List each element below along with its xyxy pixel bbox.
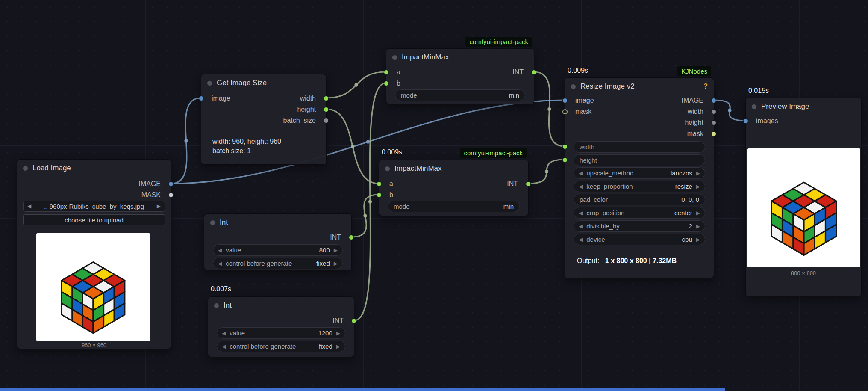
widget-value: lanczos (671, 169, 696, 177)
port-int-output[interactable] (349, 235, 354, 240)
port-width-widget-input[interactable] (562, 144, 568, 149)
collapse-dot-icon[interactable] (571, 84, 576, 89)
node-header[interactable]: Load Image (17, 160, 171, 177)
prev-file-arrow-icon[interactable]: ◀ (27, 203, 31, 209)
node-header[interactable]: Int (204, 214, 351, 231)
node-load-image[interactable]: Load Image IMAGE MASK ◀ .. 960px-Rubiks_… (17, 159, 171, 349)
next-option-arrow-icon[interactable]: ▶ (696, 237, 700, 243)
collapse-dot-icon[interactable] (752, 104, 756, 109)
canvas-bottom-bar (0, 388, 725, 391)
input-label-image: image (212, 94, 230, 103)
size-info-line2: batch size: 1 (212, 146, 251, 156)
value-widget[interactable]: ◀ value 1200 ▶ (217, 327, 345, 339)
collapse-dot-icon[interactable] (23, 166, 28, 171)
node-impact-minmax-1[interactable]: comfyui-impact-pack ImpactMinMax a b INT… (386, 48, 534, 104)
port-mask-output[interactable] (168, 193, 174, 198)
node-header[interactable]: Resize Image v2 ? (565, 78, 714, 95)
device-widget[interactable]: ◀ device cpu ▶ (574, 234, 705, 245)
prev-option-arrow-icon[interactable]: ◀ (579, 170, 583, 176)
increment-arrow-icon[interactable]: ▶ (336, 330, 340, 336)
prev-option-arrow-icon[interactable]: ◀ (218, 261, 222, 267)
port-int-output[interactable] (351, 318, 356, 323)
node-pack-badge: comfyui-impact-pack (465, 37, 532, 47)
port-b-input[interactable] (384, 81, 389, 86)
port-image-output[interactable] (168, 181, 174, 187)
control-before-generate-widget[interactable]: ◀ control before generate fixed ▶ (217, 341, 345, 352)
output-label-width: width (688, 107, 703, 116)
port-height-widget-input[interactable] (562, 157, 568, 163)
divisible-by-widget[interactable]: ◀ divisible_by 2 ▶ (574, 220, 705, 232)
port-height-output[interactable] (324, 107, 329, 112)
decrement-arrow-icon[interactable]: ◀ (218, 247, 222, 253)
node-header[interactable]: Get Image Size (201, 74, 326, 92)
node-header[interactable]: ImpactMinMax (379, 160, 528, 177)
node-int-800[interactable]: Int INT ◀ value 800 ▶ ◀ control before g… (204, 213, 352, 270)
prev-option-arrow-icon[interactable]: ◀ (222, 344, 226, 350)
mode-widget[interactable]: mode min (395, 89, 525, 101)
port-batch-size-output[interactable] (324, 118, 329, 123)
collapse-dot-icon[interactable] (385, 166, 390, 171)
keep-proportion-widget[interactable]: ◀ keep_proportion resize ▶ (574, 181, 705, 192)
collapse-dot-icon[interactable] (210, 220, 215, 225)
port-mask-input[interactable] (562, 109, 568, 114)
port-int-output[interactable] (526, 181, 531, 187)
node-header[interactable]: ImpactMinMax (386, 49, 534, 66)
control-before-generate-widget[interactable]: ◀ control before generate fixed ▶ (213, 258, 343, 269)
output-summary: Output: 1 x 800 x 800 | 7.32MB (577, 257, 677, 265)
decrement-arrow-icon[interactable]: ◀ (579, 223, 583, 229)
port-b-input[interactable] (377, 193, 382, 198)
height-field[interactable]: height (574, 154, 705, 166)
output-label-int: INT (512, 68, 524, 77)
widget-label: mode (394, 203, 410, 210)
node-resize-image-v2[interactable]: 0.009s KJNodes Resize Image v2 ? image m… (565, 77, 714, 278)
port-int-output[interactable] (531, 70, 536, 75)
collapse-dot-icon[interactable] (207, 81, 212, 86)
crop-position-widget[interactable]: ◀ crop_position center ▶ (574, 207, 705, 219)
image-dimensions-caption: 800 × 800 (746, 270, 861, 276)
port-images-input[interactable] (743, 118, 748, 124)
input-label-a: a (389, 180, 393, 188)
help-icon[interactable]: ? (703, 83, 708, 90)
size-info-line1: width: 960, height: 960 (212, 137, 281, 146)
port-a-input[interactable] (384, 70, 389, 75)
increment-arrow-icon[interactable]: ▶ (696, 223, 700, 229)
width-field[interactable]: width (574, 141, 705, 153)
node-header[interactable]: Preview Image (746, 98, 861, 115)
increment-arrow-icon[interactable]: ▶ (334, 247, 338, 253)
port-width-output[interactable] (324, 96, 329, 101)
next-option-arrow-icon[interactable]: ▶ (696, 170, 700, 176)
port-mask-output[interactable] (711, 131, 716, 136)
prev-option-arrow-icon[interactable]: ◀ (579, 237, 583, 243)
port-height-output[interactable] (711, 120, 716, 125)
pad-color-widget[interactable]: pad_color 0, 0, 0 (574, 194, 705, 205)
next-file-arrow-icon[interactable]: ▶ (157, 203, 161, 209)
mode-widget[interactable]: mode min (388, 201, 520, 212)
image-file-combo[interactable]: ◀ .. 960px-Rubiks_cube_by_keqs.jpg ▶ (23, 201, 165, 212)
port-image-output[interactable] (711, 98, 716, 103)
next-option-arrow-icon[interactable]: ▶ (334, 261, 338, 267)
port-image-input[interactable] (562, 98, 568, 103)
prev-option-arrow-icon[interactable]: ◀ (579, 184, 583, 190)
node-title: Int (224, 301, 232, 310)
next-option-arrow-icon[interactable]: ▶ (696, 184, 700, 190)
collapse-dot-icon[interactable] (392, 55, 397, 60)
prev-option-arrow-icon[interactable]: ◀ (579, 210, 583, 216)
decrement-arrow-icon[interactable]: ◀ (222, 330, 226, 336)
port-width-output[interactable] (711, 109, 716, 114)
node-title: Int (220, 218, 228, 227)
upload-button[interactable]: choose file to upload (23, 214, 165, 225)
node-header[interactable]: Int (208, 297, 354, 314)
node-int-1200[interactable]: 0.007s Int INT ◀ value 1200 ▶ ◀ control … (208, 296, 354, 357)
upscale-method-widget[interactable]: ◀ upscale_method lanczos ▶ (574, 167, 705, 179)
port-image-input[interactable] (199, 96, 204, 101)
next-option-arrow-icon[interactable]: ▶ (336, 344, 340, 350)
next-option-arrow-icon[interactable]: ▶ (696, 210, 700, 216)
node-impact-minmax-2[interactable]: 0.009s comfyui-impact-pack ImpactMinMax … (379, 160, 529, 216)
output-label-image: IMAGE (138, 180, 161, 188)
value-widget[interactable]: ◀ value 800 ▶ (213, 244, 343, 256)
collapse-dot-icon[interactable] (214, 303, 219, 308)
port-a-input[interactable] (377, 181, 382, 187)
node-get-image-size[interactable]: Get Image Size image width height batch_… (201, 74, 327, 165)
node-preview-image[interactable]: 0.015s Preview Image images 800 × 800 (745, 98, 862, 296)
widget-value: cpu (682, 236, 696, 243)
